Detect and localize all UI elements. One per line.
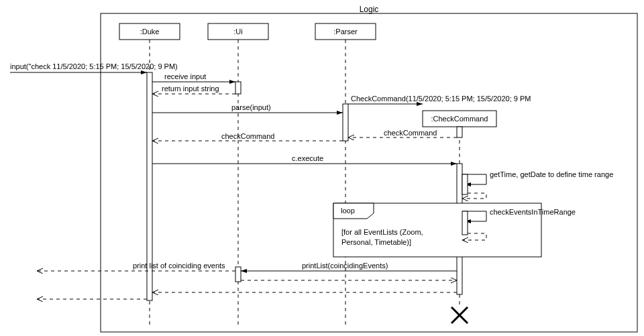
participant-parser-label: :Parser <box>333 27 358 36</box>
loop-guard-line1: [for all EventLists (Zoom, <box>341 228 423 236</box>
msg-checkret2-label: checkCommand <box>221 132 274 140</box>
msg-execute-label: c.execute <box>292 154 323 162</box>
loop-guard-line2: Personal, Timetable)] <box>341 238 411 246</box>
msg-parse-label: parse(input) <box>231 103 271 111</box>
frame-title: Logic <box>360 5 379 14</box>
msg-printout-label: print list of coinciding events <box>133 262 225 270</box>
participant-duke-label: :Duke <box>140 27 160 36</box>
msg-checkret1-label: checkCommand <box>384 129 437 137</box>
activation-cc-gettime <box>462 174 468 194</box>
activation-parser <box>343 104 348 141</box>
participant-checkcommand-label: :CheckCommand <box>431 115 488 123</box>
msg-checkrange-label: checkEventsInTimeRange <box>490 208 576 216</box>
msg-newcmd-label: CheckCommand(11/5/2020; 5:15 PM; 15/5/20… <box>351 95 531 103</box>
msg-gettime-label: getTime, getDate to define time range <box>490 170 613 178</box>
msg-input-label: input("check 11/5/2020; 5:15 PM; 15/5/20… <box>10 62 178 70</box>
loop-tab-label: loop <box>341 207 355 215</box>
activation-ui-1 <box>235 82 241 94</box>
participant-ui-label: :Ui <box>233 27 242 36</box>
activation-cc-checkrange <box>462 211 468 235</box>
activation-ui-2 <box>235 267 241 282</box>
msg-return-input-label: return input string <box>162 85 219 93</box>
msg-printlist-label: printList(coincidingEvents) <box>302 262 388 270</box>
activation-cc-create <box>457 127 462 137</box>
msg-receive-input-label: receive input <box>164 72 206 80</box>
